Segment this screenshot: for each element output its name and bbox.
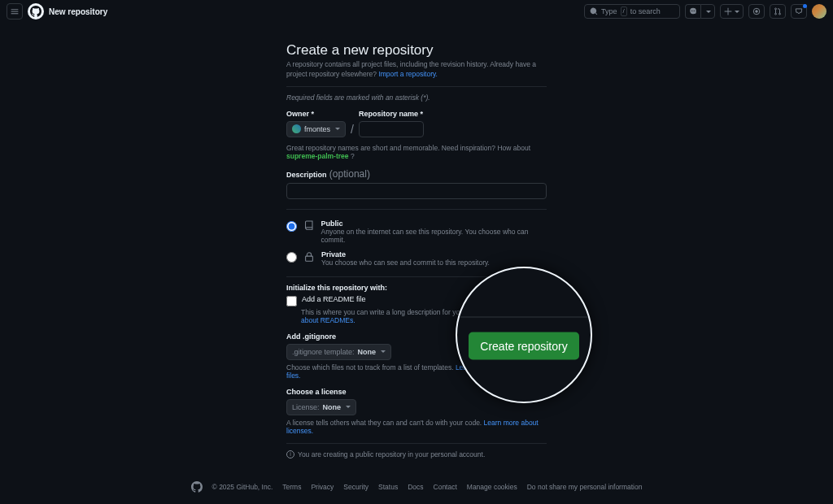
search-suffix: to search (630, 7, 661, 15)
private-desc: You choose who can see and commit to thi… (321, 259, 490, 267)
license-value: None (323, 403, 342, 411)
footer-link[interactable]: Security (343, 483, 369, 491)
search-input[interactable]: Type / to search (584, 4, 680, 19)
visibility-public-radio[interactable] (286, 221, 297, 232)
svg-point-4 (779, 13, 781, 15)
copilot-button[interactable] (685, 4, 700, 19)
info-text: You are creating a public repository in … (298, 450, 485, 458)
description-input[interactable] (286, 183, 547, 199)
footer-link[interactable]: Status (378, 483, 398, 491)
footer-copyright: © 2025 GitHub, Inc. (212, 483, 273, 491)
pull-request-icon (774, 7, 782, 15)
chevron-down-icon (346, 406, 351, 408)
owner-label: Owner * (286, 110, 346, 118)
plus-icon (724, 7, 732, 15)
create-new-button[interactable] (720, 4, 744, 19)
copilot-button-group (685, 4, 715, 19)
issue-icon (752, 7, 761, 15)
chevron-down-icon (335, 128, 340, 130)
form-heading: Create a new repository (286, 42, 547, 59)
private-title: Private (321, 250, 490, 259)
app-header: New repository Type / to search (0, 0, 833, 23)
copilot-icon (689, 7, 697, 15)
readme-checkbox[interactable] (286, 296, 297, 306)
repo-icon (303, 220, 315, 232)
pull-requests-button[interactable] (770, 4, 786, 19)
footer-link[interactable]: Manage cookies (467, 483, 517, 491)
notification-dot (803, 4, 807, 8)
form-subhead: A repository contains all project files,… (286, 60, 547, 80)
owner-value: fmontes (304, 125, 330, 133)
readme-label: Add a README file (302, 295, 366, 303)
info-banner: i You are creating a public repository i… (286, 450, 547, 458)
chevron-down-icon (735, 11, 739, 13)
site-footer: © 2025 GitHub, Inc. Terms Privacy Securi… (0, 481, 833, 493)
notifications-button[interactable] (791, 4, 807, 19)
footer-link[interactable]: Privacy (311, 483, 334, 491)
chevron-down-icon (381, 350, 386, 353)
footer-link[interactable]: Docs (408, 483, 423, 491)
svg-point-1 (756, 11, 758, 13)
path-separator: / (351, 123, 354, 137)
svg-rect-5 (306, 256, 313, 261)
chevron-down-icon (706, 11, 711, 13)
required-fields-note: Required fields are marked with an aster… (286, 93, 547, 102)
owner-select[interactable]: fmontes (286, 121, 346, 137)
gitignore-value: None (358, 348, 377, 356)
gitignore-select[interactable]: .gitignore template: None (286, 344, 391, 360)
create-repository-button[interactable]: Create repository (469, 332, 578, 360)
search-prefix: Type (601, 7, 617, 15)
license-desc: A license tells others what they can and… (286, 419, 547, 435)
info-icon: i (286, 450, 294, 458)
copilot-dropdown[interactable] (700, 4, 715, 19)
public-title: Public (321, 219, 547, 228)
license-select[interactable]: License: None (286, 399, 356, 415)
github-mark-icon (191, 481, 203, 493)
svg-point-2 (775, 8, 777, 10)
issues-button[interactable] (748, 4, 765, 19)
hamburger-icon (11, 7, 19, 15)
user-avatar[interactable] (812, 4, 826, 19)
repo-name-label: Repository name * (359, 110, 424, 118)
page-title: New repository (49, 7, 107, 16)
github-mark-icon (30, 6, 41, 17)
magnified-divider (456, 317, 592, 318)
footer-link[interactable]: Do not share my personal information (527, 483, 643, 491)
public-desc: Anyone on the internet can see this repo… (321, 228, 547, 244)
lock-icon (303, 251, 315, 263)
repo-name-hint: Great repository names are short and mem… (286, 144, 547, 160)
search-key-hint: / (621, 7, 627, 16)
visibility-private-radio[interactable] (286, 252, 297, 263)
footer-link[interactable]: Terms (282, 483, 301, 491)
import-repo-link[interactable]: Import a repository. (378, 70, 438, 78)
footer-link[interactable]: Contact (434, 483, 457, 491)
svg-point-3 (775, 13, 777, 15)
description-optional: (optional) (329, 168, 370, 180)
inbox-icon (795, 7, 803, 15)
github-logo[interactable] (28, 3, 44, 20)
owner-avatar-icon (292, 124, 301, 133)
name-suggestion[interactable]: supreme-palm-tree (286, 152, 349, 160)
repo-name-input[interactable] (359, 121, 424, 137)
description-label: Description (286, 171, 327, 179)
search-icon (590, 7, 598, 15)
menu-button[interactable] (7, 3, 23, 20)
magnified-overlay: Create repository (456, 267, 592, 403)
